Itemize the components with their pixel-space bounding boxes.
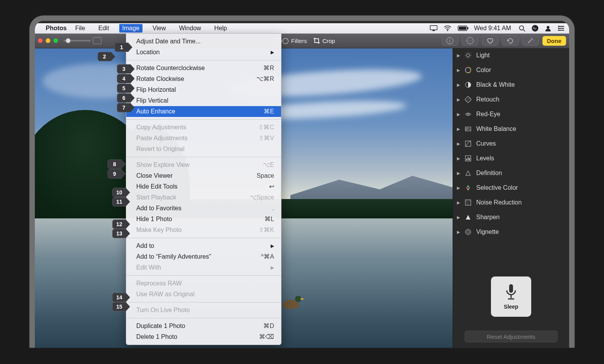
wifi-icon[interactable] bbox=[444, 26, 451, 31]
menu-item-flip-vertical[interactable]: Flip Vertical bbox=[126, 95, 281, 106]
adjustment-noise-reduction[interactable]: ▶Noise Reduction bbox=[453, 195, 569, 210]
dictation-widget[interactable]: Sleep bbox=[491, 276, 531, 317]
disclosure-triangle-icon: ▶ bbox=[457, 230, 460, 235]
adjustment-definition[interactable]: ▶Definition bbox=[453, 166, 569, 180]
svg-line-5 bbox=[466, 53, 467, 54]
crop-tab[interactable]: Crop bbox=[313, 37, 335, 44]
done-button[interactable]: Done bbox=[542, 36, 566, 46]
notification-center-icon[interactable] bbox=[558, 26, 565, 31]
zoom-window-button[interactable] bbox=[53, 38, 58, 43]
adjustment-red-eye[interactable]: ▶Red-Eye bbox=[453, 107, 569, 122]
adjustment-vignette[interactable]: ▶Vignette bbox=[453, 225, 569, 239]
adjustment-black-white[interactable]: ▶Black & White bbox=[453, 77, 569, 92]
zoom-slider[interactable] bbox=[63, 37, 101, 44]
menu-item-duplicate-1-photo[interactable]: Duplicate 1 Photo⌘D bbox=[126, 321, 281, 331]
svg-rect-27 bbox=[465, 200, 471, 205]
svg-rect-46 bbox=[467, 27, 468, 29]
svg-point-26 bbox=[467, 189, 469, 190]
menu-item-label: Add to “Family Adventures” bbox=[136, 252, 211, 261]
more-button[interactable]: ··· bbox=[462, 36, 478, 46]
window-menu[interactable]: Window bbox=[176, 24, 204, 33]
disclosure-triangle-icon: ▶ bbox=[457, 171, 460, 176]
adjustment-label: Retouch bbox=[476, 96, 499, 103]
menu-shortcut: ⌥⌘R bbox=[256, 75, 274, 83]
file-menu[interactable]: File bbox=[72, 24, 88, 33]
svg-point-56 bbox=[558, 29, 559, 31]
menu-item-label: Adjust Date and Time... bbox=[136, 37, 201, 46]
close-window-button[interactable] bbox=[38, 38, 43, 43]
vo-badge-12: 12 bbox=[112, 220, 126, 229]
menu-item-hide-edit-tools[interactable]: Hide Edit Tools↩ bbox=[126, 181, 281, 192]
siri-icon[interactable] bbox=[532, 25, 539, 32]
disclosure-triangle-icon: ▶ bbox=[457, 200, 460, 205]
menubar-clock[interactable]: Wed 9:41 AM bbox=[474, 25, 511, 32]
menu-item-label: Hide Edit Tools bbox=[136, 182, 177, 191]
menu-shortcut: ↩ bbox=[269, 182, 274, 191]
microphone-icon bbox=[504, 283, 518, 300]
vo-badge-15: 15 bbox=[112, 302, 126, 311]
menu-item-label: Flip Vertical bbox=[136, 96, 168, 105]
svg-rect-22 bbox=[469, 158, 470, 160]
svg-point-43 bbox=[447, 30, 448, 31]
adjustment-white-balance[interactable]: ▶White Balance bbox=[453, 122, 569, 136]
thumbnail-icon bbox=[93, 37, 101, 44]
menu-item-turn-on-live-photo: Turn On Live Photo bbox=[126, 305, 281, 316]
svg-point-50 bbox=[547, 26, 549, 29]
menu-item-delete-1-photo[interactable]: Delete 1 Photo⌘⌫ bbox=[126, 331, 281, 342]
adjustment-curves[interactable]: ▶Curves bbox=[453, 136, 569, 151]
menu-item-flip-horizontal[interactable]: Flip Horizontal bbox=[126, 84, 281, 95]
menu-item-location[interactable]: Location▶ bbox=[126, 47, 281, 58]
rotate-button[interactable] bbox=[502, 36, 518, 46]
adjustment-light[interactable]: ▶Light bbox=[453, 48, 569, 63]
menu-item-add-to-favorites[interactable]: Add to Favorites. bbox=[126, 203, 281, 214]
adjustment-sharpen[interactable]: ▶Sharpen bbox=[453, 210, 569, 225]
svg-point-39 bbox=[532, 38, 533, 39]
spotlight-icon[interactable] bbox=[519, 25, 525, 32]
red-eye-icon bbox=[465, 111, 472, 118]
adjustment-color[interactable]: ▶Color bbox=[453, 63, 569, 77]
help-menu[interactable]: Help bbox=[211, 24, 230, 33]
menu-item-label: Hide 1 Photo bbox=[136, 215, 172, 223]
svg-rect-42 bbox=[430, 26, 437, 30]
menu-item-adjust-date-and-time[interactable]: Adjust Date and Time... bbox=[126, 36, 281, 47]
menu-item-add-to-family-adventures[interactable]: Add to “Family Adventures”^⌘A bbox=[126, 251, 281, 262]
menu-item-hide-1-photo[interactable]: Hide 1 Photo⌘L bbox=[126, 214, 281, 225]
app-menu[interactable]: Photos bbox=[46, 25, 67, 32]
menu-item-start-playback: Start Playback⌥Space bbox=[126, 192, 281, 203]
favorite-button[interactable] bbox=[482, 36, 498, 46]
menu-item-close-viewer[interactable]: Close ViewerSpace bbox=[126, 170, 281, 181]
adjustment-levels[interactable]: ▶Levels bbox=[453, 151, 569, 166]
vo-badge-7: 7 bbox=[117, 103, 131, 112]
menu-item-rotate-counterclockwise[interactable]: Rotate Counterclockwise⌘R bbox=[126, 63, 281, 74]
reset-adjustments-button[interactable]: Reset Adjustments bbox=[465, 331, 558, 342]
adjustment-selective-color[interactable]: ▶Selective Color bbox=[453, 180, 569, 195]
menu-item-add-to[interactable]: Add to▶ bbox=[126, 240, 281, 251]
menu-shortcut: ⇧⌘C bbox=[258, 123, 274, 132]
disclosure-triangle-icon: ▶ bbox=[457, 215, 460, 220]
adjustment-label: Noise Reduction bbox=[476, 199, 522, 206]
view-menu[interactable]: View bbox=[149, 24, 169, 33]
submenu-arrow-icon: ▶ bbox=[271, 242, 274, 250]
menu-item-label: Show Explore View bbox=[136, 161, 190, 169]
edit-menu[interactable]: Edit bbox=[95, 24, 112, 33]
svg-line-48 bbox=[523, 29, 525, 31]
image-menu[interactable]: Image bbox=[119, 24, 142, 33]
svg-line-7 bbox=[466, 57, 467, 58]
vo-badge-14: 14 bbox=[112, 293, 126, 302]
menu-item-label: Turn On Live Photo bbox=[136, 306, 190, 314]
airplay-icon[interactable] bbox=[430, 25, 438, 31]
menu-item-label: Duplicate 1 Photo bbox=[136, 322, 185, 330]
menu-item-label: Edit With bbox=[136, 263, 161, 272]
adjustment-retouch[interactable]: ▶Retouch bbox=[453, 92, 569, 107]
auto-enhance-button[interactable] bbox=[522, 36, 539, 46]
screen: ▶Light▶Color▶Black & White▶Retouch▶Red-E… bbox=[35, 21, 569, 348]
info-button[interactable]: i bbox=[442, 36, 458, 46]
adjustment-label: Black & White bbox=[476, 81, 515, 88]
minimize-window-button[interactable] bbox=[46, 38, 50, 43]
battery-icon[interactable] bbox=[458, 26, 468, 31]
menu-item-auto-enhance[interactable]: Auto Enhance⌘E bbox=[126, 106, 281, 117]
svg-point-41 bbox=[533, 40, 533, 40]
vo-badge-4: 4 bbox=[117, 74, 131, 83]
user-icon[interactable] bbox=[545, 25, 551, 32]
menu-item-rotate-clockwise[interactable]: Rotate Clockwise⌥⌘R bbox=[126, 74, 281, 84]
